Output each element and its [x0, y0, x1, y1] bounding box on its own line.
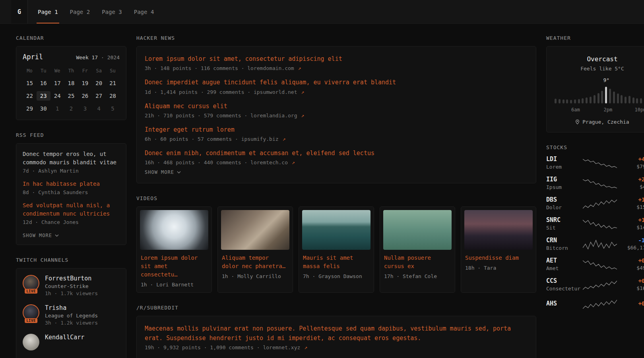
- content: CALENDAR April Week 17 · 2024 MoTuWeThFr…: [0, 24, 644, 358]
- weather-bar: [617, 93, 619, 103]
- external-link-icon[interactable]: ↗: [298, 65, 301, 71]
- tab-page-1[interactable]: Page 1: [32, 0, 64, 23]
- stock-name: Ipsum: [546, 184, 581, 190]
- calendar-day: 24: [50, 91, 64, 101]
- hacker-news-item-title[interactable]: Integer eget rutrum lorem: [145, 125, 528, 134]
- videos-widget: VIDEOS Lorem ipsum dolor sit amet consec…: [136, 195, 536, 293]
- weather-bar: [570, 100, 572, 103]
- hacker-news-item-title[interactable]: Donec enim nibh, condimentum et accumsan…: [145, 149, 528, 158]
- video-thumbnail[interactable]: [140, 210, 208, 250]
- external-link-icon[interactable]: ↗: [292, 160, 295, 165]
- video-card[interactable]: Suspendisse diam18h · Tara: [461, 206, 536, 293]
- tab-page-2[interactable]: Page 2: [64, 0, 96, 23]
- weather-bar: [632, 97, 634, 103]
- stock-price: $148.64: [619, 224, 644, 230]
- video-thumbnail[interactable]: [383, 210, 452, 250]
- video-card[interactable]: Mauris sit amet massa felis7h · Grayson …: [299, 206, 374, 293]
- twitch-channel[interactable]: LIVETrishaLeague of Legends3h · 1.2k vie…: [23, 304, 120, 326]
- section-title-twitch: TWITCH CHANNELS: [16, 257, 126, 263]
- hacker-news-item-meta: 1d · 1,414 points · 299 comments · ipsum…: [145, 89, 528, 95]
- rss-item-meta: 8d · Cynthia Saunders: [23, 189, 120, 195]
- section-title-subreddit: /R/SUBREDDIT: [136, 305, 536, 311]
- section-title-videos: VIDEOS: [136, 195, 536, 201]
- twitch-channel[interactable]: KendallCarr: [23, 334, 120, 350]
- stock-row[interactable]: DBSDolor+1.42%$156.28: [546, 196, 644, 210]
- stock-name: Consectetur: [546, 286, 581, 292]
- video-body: Suspendisse diam18h · Tara: [461, 253, 536, 276]
- weather-current-temp: 9°: [603, 77, 610, 83]
- stock-row[interactable]: SNRCSit+1.36%$148.64: [546, 216, 644, 231]
- weather-bar: [621, 95, 623, 103]
- video-title[interactable]: Suspendisse diam: [465, 254, 532, 262]
- stock-sparkline: [581, 218, 619, 230]
- hacker-news-item-meta: 21h · 710 points · 579 comments · loreml…: [145, 113, 528, 119]
- calendar-dow-label: Th: [64, 68, 78, 74]
- subreddit-item-title[interactable]: Maecenas mollis pulvinar erat non posuer…: [145, 324, 528, 343]
- video-card[interactable]: Lorem ipsum dolor sit amet consectetu…1h…: [136, 206, 212, 293]
- calendar-dow-label: Mo: [23, 68, 37, 74]
- stock-row[interactable]: AHS+0.46%: [546, 298, 644, 309]
- twitch-channel[interactable]: LIVEForrestBurtonCounter-Strike1h · 1.7k…: [23, 275, 120, 296]
- video-thumbnail[interactable]: [302, 210, 370, 250]
- section-title-hacker-news: HACKER NEWS: [136, 35, 536, 41]
- weather-bar: [605, 87, 607, 103]
- stock-change-percent: +0.51%: [619, 278, 644, 284]
- video-thumbnail[interactable]: [221, 210, 289, 250]
- tab-page-4[interactable]: Page 4: [128, 0, 160, 23]
- section-title-calendar: CALENDAR: [16, 35, 126, 41]
- stock-values: +4.35%$795.18: [619, 156, 644, 169]
- middle-column: HACKER NEWS Lorem ipsum dolor sit amet, …: [136, 35, 536, 358]
- dashboard: G Page 1Page 2Page 3Page 4 CALENDAR Apri…: [0, 0, 644, 358]
- stock-id: SNRCSit: [546, 216, 581, 231]
- video-card[interactable]: Aliquam tempor dolor nec pharetra…1h · M…: [217, 206, 293, 293]
- video-thumbnail[interactable]: [464, 210, 533, 250]
- external-link-icon[interactable]: ↗: [304, 344, 307, 350]
- video-title[interactable]: Mauris sit amet massa felis: [303, 254, 370, 270]
- calendar-day: 27: [92, 91, 106, 101]
- logo[interactable]: G: [11, 0, 28, 23]
- external-link-icon[interactable]: ↗: [301, 89, 304, 95]
- weather-card: Overcast Feels like 5°C 9° 6am2pm10pm Pr…: [546, 46, 644, 132]
- stock-values: +2.84%$42.04: [619, 176, 644, 190]
- hacker-news-item-title[interactable]: Donec imperdiet augue tincidunt felis al…: [145, 78, 528, 87]
- external-link-icon[interactable]: ↗: [282, 136, 285, 142]
- video-title[interactable]: Aliquam tempor dolor nec pharetra…: [222, 254, 289, 270]
- external-link-icon[interactable]: ↗: [301, 113, 304, 119]
- stock-row[interactable]: CRNBitcorn-1.00%$66,171.48: [546, 237, 644, 251]
- hacker-news-item-meta: 6h · 60 points · 57 comments · ipsumify.…: [145, 136, 528, 142]
- hacker-news-item-title[interactable]: Lorem ipsum dolor sit amet, consectetur …: [145, 54, 528, 64]
- stock-name: Amet: [546, 265, 581, 271]
- stock-change-percent: +4.35%: [619, 156, 644, 162]
- stock-row[interactable]: IIGIpsum+2.84%$42.04: [546, 176, 644, 190]
- hacker-news-show-more-button[interactable]: SHOW MORE: [145, 169, 181, 175]
- video-card[interactable]: Nullam posuere cursus ex17h · Stefan Col…: [380, 206, 455, 293]
- calendar-day: 25: [64, 91, 78, 101]
- rss-show-more-label: SHOW MORE: [23, 233, 52, 238]
- stock-row[interactable]: AETAmet+0.92%$499.72: [546, 257, 644, 271]
- stock-symbol: SNRC: [546, 216, 581, 224]
- rss-item-title[interactable]: In hac habitasse platea: [23, 180, 120, 188]
- rss-show-more-button[interactable]: SHOW MORE: [23, 233, 59, 238]
- stock-row[interactable]: LDILorem+4.35%$795.18: [546, 156, 644, 170]
- weather-time-label: 10pm: [635, 107, 644, 113]
- header-tabs: Page 1Page 2Page 3Page 4: [32, 0, 160, 23]
- tab-page-3[interactable]: Page 3: [96, 0, 128, 23]
- rss-item: Sed volutpat nulla nisl, a condimentum n…: [23, 201, 120, 225]
- hacker-news-list: Lorem ipsum dolor sit amet, consectetur …: [145, 54, 528, 165]
- subreddit-card: Maecenas mollis pulvinar erat non posuer…: [136, 316, 536, 358]
- weather-time-label: 2pm: [604, 107, 613, 113]
- hacker-news-item: Lorem ipsum dolor sit amet, consectetur …: [145, 54, 528, 71]
- rss-item-title[interactable]: Sed volutpat nulla nisl, a condimentum n…: [23, 201, 120, 218]
- rss-item-title[interactable]: Donec tempor eros leo, ut commodo mauris…: [23, 150, 120, 167]
- video-title[interactable]: Nullam posuere cursus ex: [384, 254, 451, 270]
- weather-bar: [609, 89, 611, 103]
- hacker-news-item-title[interactable]: Aliquam nec cursus elit: [145, 102, 528, 111]
- calendar-day: 28: [106, 91, 120, 101]
- section-title-weather: WEATHER: [546, 35, 644, 41]
- hacker-news-item-meta: 16h · 468 points · 440 comments · loremt…: [145, 160, 528, 165]
- stock-symbol: CRN: [546, 237, 581, 244]
- hacker-news-item: Integer eget rutrum lorem6h · 60 points …: [145, 125, 528, 142]
- stock-row[interactable]: CCSConsectetur+0.51%$165.84: [546, 277, 644, 292]
- video-title[interactable]: Lorem ipsum dolor sit amet consectetu…: [141, 254, 208, 279]
- calendar-day: 2: [64, 104, 78, 113]
